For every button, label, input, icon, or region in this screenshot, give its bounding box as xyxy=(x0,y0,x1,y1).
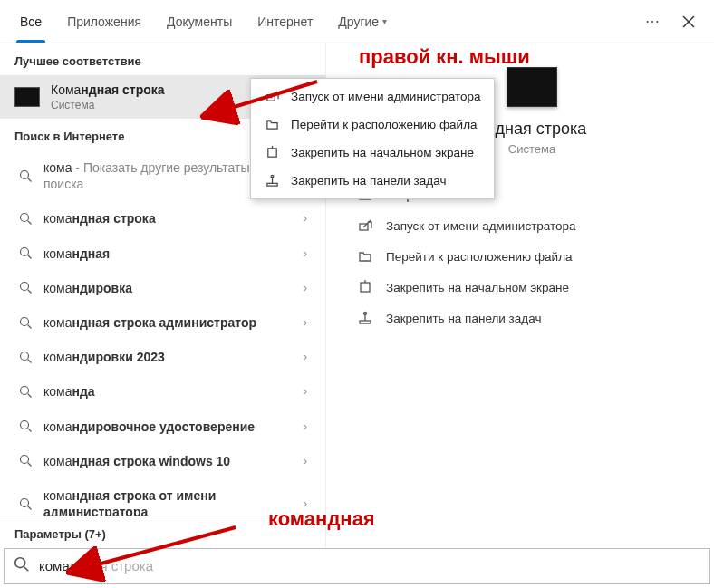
admin-icon xyxy=(264,90,280,103)
close-button[interactable] xyxy=(671,0,707,43)
search-suggestion[interactable]: командировка› xyxy=(0,271,325,305)
admin-icon xyxy=(357,218,373,233)
chevron-right-icon: › xyxy=(304,316,311,329)
pin-task-icon xyxy=(264,174,280,188)
search-icon xyxy=(18,281,33,294)
svg-line-36 xyxy=(24,567,29,572)
folder-icon xyxy=(264,118,280,131)
suggestion-label: команда xyxy=(43,383,293,400)
svg-rect-32 xyxy=(266,183,276,186)
suggestion-label: командировки 2023 xyxy=(43,349,293,365)
search-typed-text: кома xyxy=(39,558,70,574)
preview-action[interactable]: Закрепить на начальном экране xyxy=(357,272,714,303)
suggestion-label: командная строка администратор xyxy=(43,314,293,331)
context-menu-item[interactable]: Закрепить на начальном экране xyxy=(251,139,494,167)
context-menu-item[interactable]: Запуск от имени администратора xyxy=(251,82,494,111)
svg-line-7 xyxy=(27,255,31,259)
search-icon xyxy=(18,212,33,226)
preview-action[interactable]: Перейти к расположению файла xyxy=(357,241,714,272)
svg-rect-24 xyxy=(361,283,370,292)
svg-line-9 xyxy=(27,290,31,294)
context-menu-label: Перейти к расположению файла xyxy=(291,118,478,131)
search-icon xyxy=(18,419,33,433)
search-icon xyxy=(18,385,33,399)
svg-line-11 xyxy=(27,324,31,328)
cmd-icon xyxy=(14,87,40,107)
search-suggestion[interactable]: командная строка от имени администратора… xyxy=(0,478,325,516)
search-suggestion[interactable]: командная строка администратор› xyxy=(0,305,325,340)
chevron-down-icon: ▾ xyxy=(382,16,387,26)
action-label: Запуск от имени администратора xyxy=(386,219,576,233)
folder-icon xyxy=(357,249,373,264)
svg-point-6 xyxy=(20,248,28,256)
search-suggestion[interactable]: командировочное удостоверение› xyxy=(0,410,325,444)
tab-other[interactable]: Другие▾ xyxy=(325,0,400,43)
search-ghost-text: ндная строка xyxy=(70,558,153,574)
chevron-right-icon: › xyxy=(304,497,311,510)
pin-start-icon xyxy=(264,146,280,159)
suggestion-label: командная строка от имени администратора xyxy=(43,487,293,516)
top-tabs: Все Приложения Документы Интернет Другие… xyxy=(0,0,714,43)
chevron-right-icon: › xyxy=(304,420,311,433)
best-match-subtitle: Система xyxy=(51,99,165,111)
search-icon xyxy=(18,497,33,511)
search-suggestion[interactable]: командная строка windows 10› xyxy=(0,444,325,478)
action-label: Закрепить на панели задач xyxy=(386,312,541,325)
search-icon xyxy=(18,169,33,183)
best-match-header: Лучшее соответствие xyxy=(0,43,325,75)
suggestion-label: командировочное удостоверение xyxy=(43,419,293,435)
parameters-header: Параметры (7+) xyxy=(0,516,325,548)
svg-point-35 xyxy=(15,558,25,568)
context-menu-label: Закрепить на панели задач xyxy=(291,174,446,188)
search-suggestion[interactable]: командировки 2023› xyxy=(0,340,325,374)
svg-point-12 xyxy=(20,352,28,360)
svg-line-13 xyxy=(27,359,31,362)
preview-action[interactable]: Запуск от имени администратора xyxy=(357,210,714,241)
svg-point-10 xyxy=(20,317,28,325)
suggestion-label: командировка xyxy=(43,280,293,296)
chevron-right-icon: › xyxy=(304,385,311,398)
tab-internet[interactable]: Интернет xyxy=(245,0,325,43)
best-match-title: Командная строка xyxy=(51,82,165,97)
search-input[interactable]: командная строка xyxy=(4,548,710,584)
svg-point-2 xyxy=(20,170,28,178)
svg-line-19 xyxy=(27,463,31,467)
tab-all[interactable]: Все xyxy=(7,0,54,43)
context-menu-label: Запуск от имени администратора xyxy=(291,90,481,103)
svg-line-3 xyxy=(27,178,31,181)
chevron-right-icon: › xyxy=(304,351,311,363)
action-label: Перейти к расположению файла xyxy=(386,250,573,264)
suggestion-label: командная строка xyxy=(43,210,293,227)
preview-action[interactable]: Закрепить на панели задач xyxy=(357,303,714,333)
more-button[interactable]: ⋯ xyxy=(634,0,671,43)
search-icon xyxy=(14,556,30,576)
svg-line-17 xyxy=(27,429,31,432)
suggestion-label: командная xyxy=(43,246,293,262)
tab-apps[interactable]: Приложения xyxy=(54,0,154,43)
search-icon xyxy=(18,246,33,260)
suggestion-label: командная строка windows 10 xyxy=(43,453,293,469)
search-icon xyxy=(18,316,33,330)
svg-line-5 xyxy=(27,221,31,225)
context-menu-item[interactable]: Закрепить на панели задач xyxy=(251,167,494,195)
search-suggestion[interactable]: командная› xyxy=(0,236,325,271)
tab-documents[interactable]: Документы xyxy=(154,0,245,43)
svg-point-4 xyxy=(20,213,28,221)
search-icon xyxy=(18,454,33,468)
chevron-right-icon: › xyxy=(304,282,311,294)
svg-line-21 xyxy=(27,506,31,509)
chevron-right-icon: › xyxy=(304,247,311,260)
action-label: Закрепить на начальном экране xyxy=(386,281,569,294)
preview-subtitle: Система xyxy=(508,142,555,156)
svg-point-18 xyxy=(20,456,28,464)
search-suggestion[interactable]: команда› xyxy=(0,374,325,409)
search-suggestion[interactable]: командная строка› xyxy=(0,201,325,236)
svg-point-16 xyxy=(20,421,28,429)
context-menu-item[interactable]: Перейти к расположению файла xyxy=(251,111,494,139)
chevron-right-icon: › xyxy=(304,212,311,225)
svg-point-14 xyxy=(20,386,28,394)
svg-point-20 xyxy=(20,498,28,506)
svg-point-8 xyxy=(20,283,28,291)
search-icon xyxy=(18,351,33,364)
svg-line-15 xyxy=(27,394,31,398)
